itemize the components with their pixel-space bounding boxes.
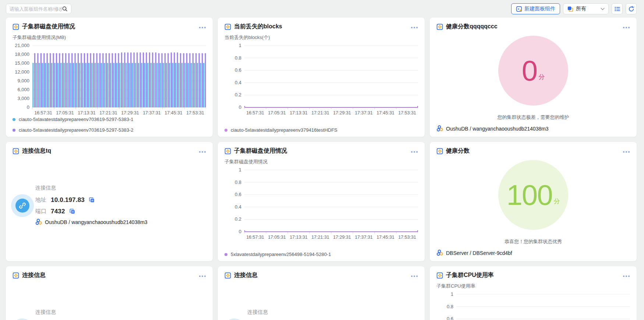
card-title: 连接信息tq <box>22 147 51 155</box>
filter-icon <box>567 6 573 12</box>
panel-icon <box>224 24 231 30</box>
card-menu-button[interactable] <box>198 274 207 278</box>
chart-legend: ciauto-5xlavatestdailyprepareenv703619-5… <box>13 114 134 135</box>
chevron-down-icon <box>601 8 605 10</box>
cluster-link[interactable]: OushuDB / wangyanchaooushudb214038m3 <box>436 125 549 132</box>
health-score-circle: 100 分 <box>498 160 568 230</box>
svg-text:17:37:31: 17:37:31 <box>355 110 373 115</box>
svg-text:0.2: 0.2 <box>235 216 241 222</box>
legend-label: ciauto-5xlavatestdailyprepareenv703619-5… <box>19 127 134 133</box>
svg-text:17:13:31: 17:13:31 <box>290 235 308 240</box>
address-label: 地址 <box>35 196 46 203</box>
port-value: 7432 <box>51 208 65 215</box>
card-header: 连接信息tq <box>13 147 206 155</box>
chart-subtitle: 子集群磁盘使用情况(MB) <box>13 34 206 41</box>
legend-dot <box>224 253 227 256</box>
legend-item[interactable]: 5xlavatestdailyprepareenv256498-5194-528… <box>224 249 331 260</box>
svg-text:17:05:31: 17:05:31 <box>268 110 286 115</box>
panel-icon <box>436 272 443 279</box>
address-row: 地址 <box>35 319 56 320</box>
svg-text:0.4: 0.4 <box>235 80 241 85</box>
card-menu-button[interactable] <box>198 26 207 29</box>
svg-text:17:29:31: 17:29:31 <box>333 235 351 240</box>
card-title: 健康分数 <box>446 147 470 155</box>
legend-item[interactable]: ciauto-5xlavatestdailyprepareenv379416te… <box>224 125 337 135</box>
health-status-text: 恭喜您！您的集群状态优秀 <box>430 238 637 245</box>
svg-text:16:57:31: 16:57:31 <box>246 110 264 115</box>
search-input[interactable] <box>10 6 62 12</box>
legend-dot <box>224 129 227 132</box>
new-panel-button-label: 新建面板组件 <box>524 6 555 12</box>
svg-text:1: 1 <box>239 43 241 48</box>
list-icon <box>614 6 620 12</box>
cluster-link[interactable]: DBServer / DBServer-9cd4bf <box>436 249 512 256</box>
link-icon <box>18 202 26 210</box>
svg-text:17:45:31: 17:45:31 <box>376 110 394 115</box>
card-title: 连接信息 <box>22 271 46 279</box>
svg-text:17:53:31: 17:53:31 <box>398 110 416 115</box>
chart-subtitle: 子集群CPU使用率 <box>436 283 630 289</box>
legend-item[interactable]: ciauto-5xlavatestdailyprepareenv703619-5… <box>13 114 134 125</box>
panel-icon <box>13 148 19 154</box>
health-score-unit: 分 <box>554 197 560 206</box>
link-badge-inner <box>15 199 29 213</box>
search-box[interactable] <box>6 4 71 14</box>
svg-text:17:21:31: 17:21:31 <box>311 235 329 240</box>
card-header: 子集群CPU使用率 <box>436 271 630 279</box>
card-health-score: 健康分数 100 分 恭喜您！您的集群状态优秀 DBServer / DBSer… <box>430 142 637 261</box>
svg-text:12,000: 12,000 <box>15 69 29 75</box>
list-view-button[interactable] <box>612 3 623 14</box>
filter-dropdown[interactable]: 所有 <box>563 3 609 14</box>
connection-details: 地址 <box>35 319 56 320</box>
svg-text:3,000: 3,000 <box>17 96 29 101</box>
card-title: 子集群磁盘使用情况 <box>234 147 287 155</box>
legend-label: ciauto-5xlavatestdailyprepareenv703619-5… <box>19 117 134 122</box>
card-menu-button[interactable] <box>622 274 631 278</box>
card-header: 连接信息 <box>224 271 418 279</box>
search-icon[interactable] <box>62 6 68 12</box>
svg-text:0: 0 <box>239 104 241 110</box>
card-menu-button[interactable] <box>198 150 207 154</box>
legend-dot <box>13 118 15 121</box>
disk-usage-bar-chart: 21,00018,00015,00012,0009,0006,0003,0000… <box>13 40 206 115</box>
card-menu-button[interactable] <box>410 150 419 154</box>
health-score: 100 分 <box>506 181 560 209</box>
copy-address-button[interactable] <box>89 197 95 203</box>
card-connection-tq: 连接信息tq 连接信息 地址 10.0.197.83 端口 7432 Oushu… <box>6 142 213 261</box>
card-header: 健康分数qqqqqccc <box>436 23 630 31</box>
card-menu-button[interactable] <box>622 150 631 154</box>
copy-port-button[interactable] <box>70 209 75 214</box>
panel-icon <box>13 272 19 279</box>
new-panel-icon <box>516 6 522 12</box>
svg-text:21,000: 21,000 <box>15 43 29 48</box>
svg-text:17:45:31: 17:45:31 <box>376 235 394 240</box>
legend-label: ciauto-5xlavatestdailyprepareenv379416te… <box>231 127 337 133</box>
panel-icon <box>13 24 19 30</box>
health-score: 0 分 <box>522 56 545 85</box>
chart-legend: ciauto-5xlavatestdailyprepareenv379416te… <box>224 125 337 135</box>
legend-item[interactable]: ciauto-5xlavatestdailyprepareenv703619-5… <box>13 125 134 135</box>
svg-text:1: 1 <box>451 291 453 297</box>
card-menu-button[interactable] <box>410 26 419 29</box>
cluster-link[interactable]: OushuDB / wangyanchaooushudb214038m3 <box>35 218 148 225</box>
svg-text:0.6: 0.6 <box>235 192 241 197</box>
cluster-name: OushuDB / wangyanchaooushudb214038m3 <box>45 219 148 225</box>
svg-text:1: 1 <box>239 167 241 173</box>
toolbar: 新建面板组件 所有 <box>0 0 644 18</box>
panel-icon <box>436 148 443 154</box>
chart-legend: 5xlavatestdailyprepareenv256498-5194-528… <box>224 249 331 260</box>
svg-text:0.8: 0.8 <box>235 179 241 185</box>
refresh-button[interactable] <box>626 3 637 14</box>
legend-label: 5xlavatestdailyprepareenv256498-5194-528… <box>231 252 331 257</box>
svg-text:18,000: 18,000 <box>15 51 29 57</box>
card-title: 健康分数qqqqqccc <box>446 23 498 31</box>
address-row: 地址 10.0.198.140 <box>247 319 310 320</box>
connection-details: 地址 10.0.197.83 端口 7432 <box>35 194 95 217</box>
panel-icon <box>224 148 231 154</box>
card-menu-button[interactable] <box>622 26 631 29</box>
card-menu-button[interactable] <box>410 274 419 278</box>
card-disk-usage-bar: 子集群磁盘使用情况 子集群磁盘使用情况(MB) 21,00018,00015,0… <box>6 18 213 137</box>
svg-text:16:57:31: 16:57:31 <box>246 235 264 240</box>
new-panel-button[interactable]: 新建面板组件 <box>511 3 560 14</box>
card-missing-blocks: 当前丢失的blocks 当前丢失的blocks(个) 10.80.60.40.2… <box>218 18 425 137</box>
